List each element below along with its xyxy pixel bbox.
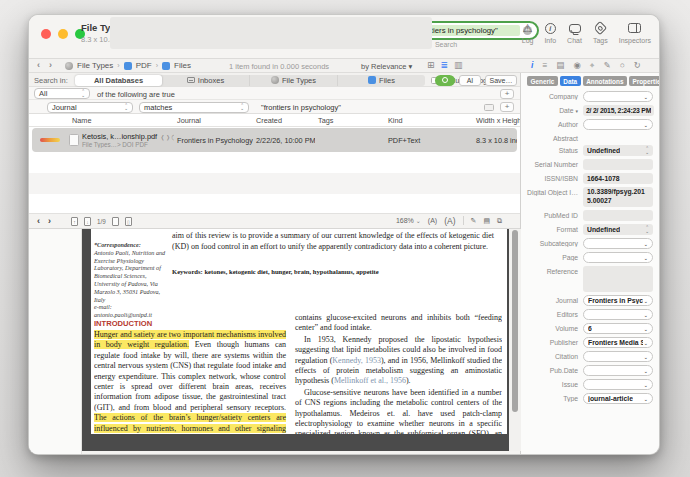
column-view-icon[interactable]: ▥ bbox=[454, 60, 463, 70]
tab-generic[interactable]: Generic bbox=[527, 76, 558, 86]
close-button[interactable] bbox=[41, 29, 51, 39]
highlight-pen-icon[interactable]: ✎ bbox=[471, 217, 477, 225]
two-page-icon[interactable]: ▯ bbox=[125, 217, 132, 226]
save-search-button[interactable]: Save… bbox=[485, 75, 517, 86]
company-combo[interactable]: ⌄ bbox=[583, 91, 653, 102]
forward-button[interactable]: › bbox=[49, 60, 52, 70]
pdf-toolbar: ‹ › ↑ ↓ 1/9 ▯ 168% ⌄ (A) (A) ✎ ▤ bbox=[29, 214, 520, 229]
pdf-next-page-button[interactable]: › bbox=[48, 216, 51, 226]
scope-all-databases[interactable]: All Databases bbox=[75, 75, 162, 86]
add-rule-button[interactable]: + bbox=[500, 102, 514, 112]
scrollbar-thumb[interactable] bbox=[512, 230, 518, 412]
chevron-down-icon: ⌄ bbox=[643, 94, 648, 100]
column-header-kind[interactable]: Kind bbox=[385, 116, 473, 125]
document-inspector-icon[interactable]: ▤ bbox=[556, 60, 564, 71]
page-up-icon[interactable]: ↑ bbox=[71, 217, 78, 226]
reference-textarea[interactable] bbox=[583, 266, 653, 292]
field-doi: Digital Object I… 10.3389/fpsyg.2015.000… bbox=[521, 187, 653, 207]
scope-inboxes[interactable]: Inboxes bbox=[162, 75, 250, 86]
column-header-name[interactable]: Name bbox=[69, 116, 174, 125]
increase-text-size-button[interactable]: (A) bbox=[444, 216, 455, 226]
issue-combo[interactable]: ⌄ bbox=[583, 379, 653, 390]
type-combo[interactable]: journal-article⌄ bbox=[583, 393, 653, 404]
search-inspector-icon[interactable]: ○ bbox=[620, 60, 625, 71]
page-down-icon[interactable]: ↓ bbox=[84, 217, 91, 226]
tab-properties[interactable]: Properties bbox=[629, 76, 659, 86]
introduction-heading: INTRODUCTION bbox=[94, 319, 286, 328]
ai-button[interactable]: AI bbox=[459, 75, 481, 86]
minimize-button[interactable] bbox=[58, 29, 68, 39]
concordance-inspector-icon[interactable]: ◉ bbox=[573, 60, 580, 71]
pdf-abstract-text: aim of this review is to provide a summa… bbox=[172, 231, 494, 253]
subcategory-combo[interactable]: ⌄ bbox=[583, 238, 653, 249]
author-combo[interactable]: ⌄ bbox=[583, 119, 653, 130]
volume-combo[interactable]: 6⌄ bbox=[583, 323, 653, 334]
journal-combo[interactable]: Frontiers in Psychology⌄ bbox=[583, 295, 653, 306]
annotations-inspector-icon[interactable]: ✎ bbox=[604, 60, 611, 71]
date-field[interactable]: 2/ 2/ 2015, 2:24:23 PM bbox=[583, 105, 654, 116]
single-page-icon[interactable] bbox=[112, 217, 119, 226]
scope-files[interactable]: Files bbox=[338, 75, 425, 86]
pdf-page[interactable]: aim of this review is to provide a summa… bbox=[91, 229, 507, 434]
column-header-dimensions[interactable]: Width x Height bbox=[473, 116, 520, 125]
warning-triangle-icon: ⚠ bbox=[523, 23, 533, 34]
field-pub-date: Pub.Date ⌄ bbox=[521, 365, 653, 376]
pdf-keywords-line: Keywords: ketones, ketogenic diet, hunge… bbox=[172, 268, 494, 275]
reveal-arrows-icon: ❬❭◯ bbox=[160, 134, 174, 140]
info-inspector-icon[interactable]: i bbox=[531, 60, 533, 71]
back-button[interactable]: ‹ bbox=[37, 60, 40, 70]
chevron-down-icon: ⌄ bbox=[643, 396, 648, 402]
status-popup[interactable]: Undefined⌃⌄ bbox=[583, 145, 653, 156]
breadcrumb-file-types[interactable]: File Types bbox=[77, 61, 113, 70]
column-header-tags[interactable]: Tags bbox=[315, 116, 385, 125]
database-icon bbox=[65, 62, 73, 70]
popup-arrows-icon: ⌃⌄ bbox=[124, 104, 128, 111]
sync-inspector-icon[interactable]: ↻ bbox=[634, 60, 641, 71]
inspector-tabs: Generic Data Annotations Properties bbox=[521, 73, 659, 89]
info-button[interactable]: i Info bbox=[544, 21, 556, 44]
log-button[interactable]: ⚠ Log bbox=[522, 21, 534, 44]
pdf-scrollbar[interactable] bbox=[509, 229, 521, 451]
pdf-prev-page-button[interactable]: ‹ bbox=[37, 216, 40, 226]
predicate-option-icon[interactable] bbox=[484, 104, 494, 111]
tags-button[interactable]: Tags bbox=[593, 21, 608, 44]
column-header-created[interactable]: Created bbox=[253, 116, 315, 125]
search-options-button[interactable] bbox=[435, 75, 455, 86]
match-mode-popup[interactable]: All ⌃⌄ bbox=[34, 88, 90, 99]
breadcrumb-pdf[interactable]: PDF bbox=[136, 61, 152, 70]
pubmed-field[interactable] bbox=[583, 210, 653, 221]
doi-field[interactable]: 10.3389/fpsyg.2015.00027 bbox=[583, 187, 653, 207]
decrease-text-size-button[interactable]: (A) bbox=[428, 217, 437, 224]
format-popup[interactable]: Undefined⌃⌄ bbox=[583, 224, 653, 235]
list-view-icon[interactable]: ≣ bbox=[441, 60, 449, 70]
citation-combo[interactable]: ⌄ bbox=[583, 351, 653, 362]
table-row[interactable]: Ketosis, k…ionship.pdf ❬❭◯ File Types…> … bbox=[32, 128, 517, 152]
location-inspector-icon[interactable]: ⌖ bbox=[590, 60, 595, 71]
scope-file-types[interactable]: File Types bbox=[250, 75, 338, 86]
field-publisher: Publisher Frontiers Media SA⌄ bbox=[521, 337, 653, 348]
tab-data[interactable]: Data bbox=[560, 76, 581, 86]
pdf-viewport[interactable]: aim of this review is to provide a summa… bbox=[82, 229, 509, 451]
pub-date-combo[interactable]: ⌄ bbox=[583, 365, 653, 376]
grid-view-icon[interactable]: ⊞ bbox=[427, 60, 435, 70]
predicate-value-field[interactable]: "frontiers in psychology" bbox=[261, 103, 341, 112]
add-predicate-button[interactable]: + bbox=[500, 89, 514, 99]
predicate-field-popup[interactable]: Journal ⌃⌄ bbox=[47, 102, 133, 113]
issn-field[interactable]: 1664-1078 bbox=[583, 173, 653, 184]
page-indicator[interactable]: 1/9 bbox=[97, 218, 106, 225]
breadcrumb-files[interactable]: Files bbox=[174, 61, 191, 70]
serial-number-field[interactable] bbox=[583, 159, 653, 170]
zoom-level-popup[interactable]: 168% ⌄ bbox=[396, 217, 421, 224]
tab-annotations[interactable]: Annotations bbox=[583, 76, 627, 86]
publisher-combo[interactable]: Frontiers Media SA⌄ bbox=[583, 337, 653, 348]
list-inspector-icon[interactable]: ≡ bbox=[542, 60, 547, 71]
predicate-operator-popup[interactable]: matches ⌃⌄ bbox=[139, 102, 249, 113]
editors-combo[interactable]: ⌄ bbox=[583, 309, 653, 320]
sort-by-menu[interactable]: by Relevance ▾ bbox=[361, 62, 412, 71]
page-combo[interactable]: ⌄ bbox=[583, 252, 653, 263]
chat-button[interactable]: Chat bbox=[567, 21, 582, 44]
inspectors-button[interactable]: Inspectors bbox=[619, 21, 651, 44]
column-header-journal[interactable]: Journal bbox=[174, 116, 253, 125]
fullwidth-icon[interactable]: ⧉ bbox=[497, 217, 502, 225]
note-icon[interactable]: ▤ bbox=[483, 217, 490, 225]
